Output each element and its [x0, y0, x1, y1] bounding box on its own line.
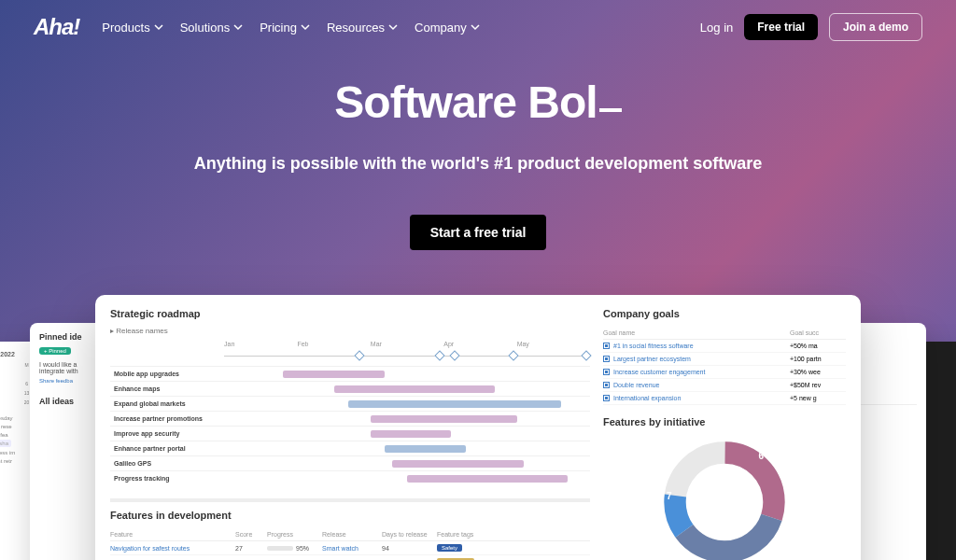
free-trial-button[interactable]: Free trial — [744, 14, 818, 40]
gantt-label: Progress tracking — [110, 475, 224, 482]
timeline-axis — [224, 351, 590, 362]
goal-row[interactable]: Largest partner ecosystem+100 partn — [603, 353, 846, 366]
goal-row[interactable]: Double revenue+$50M rev — [603, 379, 846, 392]
gantt-row[interactable]: Enhance maps — [110, 381, 590, 396]
roadmap-title: Strategic roadmap — [110, 308, 590, 319]
hero-subtitle: Anything is possible with the world's #1… — [0, 154, 956, 174]
logo[interactable]: Aha — [34, 14, 79, 40]
left-panel: Strategic roadmap ▸ Release names JanFeb… — [110, 308, 590, 560]
goals-panel: Company goals Goal nameGoal succ #1 in s… — [603, 308, 846, 405]
chevron-down-icon — [233, 22, 243, 32]
gantt-label: Enhance partner portal — [110, 445, 224, 452]
milestone-icon — [354, 350, 364, 360]
hero-title: Software Bol — [0, 77, 956, 128]
nav-resources[interactable]: Resources — [327, 21, 398, 35]
gantt-row[interactable]: Progress tracking — [110, 470, 590, 485]
gantt-row[interactable]: Mobile app upgrades — [110, 366, 590, 381]
initiative-title: Features by initiative — [603, 416, 846, 427]
nav-left: Aha Products Solutions Pricing Resources… — [34, 14, 480, 40]
donut-chart: 6 7 — [659, 437, 790, 560]
release-names-label: ▸ Release names — [110, 327, 590, 335]
chevron-down-icon — [471, 22, 480, 32]
gantt-label: Improve app security — [110, 430, 224, 437]
feature-name[interactable]: Navigation for safest routes — [110, 545, 232, 552]
goal-row[interactable]: Increase customer engagement+30% wee — [603, 366, 846, 379]
flag-icon — [603, 395, 610, 401]
gantt-row[interactable]: Increase partner promotions — [110, 411, 590, 426]
product-mockup: June 2022 SMTWTFS 1234 567891011 1213141… — [95, 295, 861, 560]
gantt-label: Increase partner promotions — [110, 415, 224, 422]
gantt-row[interactable]: Expand global markets — [110, 396, 590, 411]
typing-cursor — [599, 108, 622, 112]
goals-header: Goal nameGoal succ — [603, 327, 846, 340]
milestone-icon — [508, 350, 518, 360]
gantt-label: Mobile app upgrades — [110, 371, 224, 377]
top-nav: Aha Products Solutions Pricing Resources… — [0, 0, 956, 54]
goals-title: Company goals — [603, 308, 846, 319]
hero: Software Bol Anything is possible with t… — [0, 77, 956, 250]
features-header: FeatureScoreProgressReleaseDays to relea… — [110, 528, 590, 541]
features-panel: Features in development FeatureScoreProg… — [110, 498, 590, 560]
gantt-row[interactable]: Galileo GPS — [110, 455, 590, 470]
initiative-panel: Features by initiative 6 7 — [603, 416, 846, 560]
flag-icon — [603, 369, 610, 375]
goal-row[interactable]: International expansion+5 new g — [603, 392, 846, 405]
chevron-down-icon — [154, 22, 163, 32]
nav-products[interactable]: Products — [102, 21, 162, 35]
milestone-icon — [449, 350, 459, 360]
login-link[interactable]: Log in — [700, 21, 733, 35]
gantt-row[interactable]: Enhance partner portal — [110, 441, 590, 455]
goal-row[interactable]: #1 in social fitness software+50% ma — [603, 340, 846, 353]
nav-pricing[interactable]: Pricing — [260, 21, 310, 35]
gantt-label: Galileo GPS — [110, 460, 224, 467]
main-dashboard-card: Strategic roadmap ▸ Release names JanFeb… — [95, 295, 861, 560]
nav-company[interactable]: Company — [415, 21, 480, 35]
nav-solutions[interactable]: Solutions — [180, 21, 243, 35]
chevron-down-icon — [388, 22, 398, 32]
nav-items: Products Solutions Pricing Resources Com… — [102, 21, 479, 35]
join-demo-button[interactable]: Join a demo — [829, 13, 922, 41]
features-title: Features in development — [110, 510, 590, 521]
nav-right: Log in Free trial Join a demo — [700, 13, 922, 41]
chevron-down-icon — [301, 22, 310, 32]
gantt-label: Enhance maps — [110, 385, 224, 392]
start-trial-button[interactable]: Start a free trial — [410, 215, 547, 250]
timeline-months: JanFebMarAprMay — [110, 341, 590, 347]
milestone-icon — [435, 350, 445, 360]
gantt-row[interactable]: Improve app security — [110, 426, 590, 441]
flag-icon — [603, 382, 610, 388]
right-panel: Company goals Goal nameGoal succ #1 in s… — [603, 308, 846, 560]
flag-icon — [603, 356, 610, 362]
feature-row[interactable]: Navigation for safest routes2795%Smart w… — [110, 541, 590, 555]
feature-row[interactable]: Community leaderboards1890%Android 4.511… — [110, 555, 590, 560]
gantt-label: Expand global markets — [110, 400, 224, 407]
flag-icon — [603, 343, 610, 349]
milestone-icon — [581, 350, 591, 360]
